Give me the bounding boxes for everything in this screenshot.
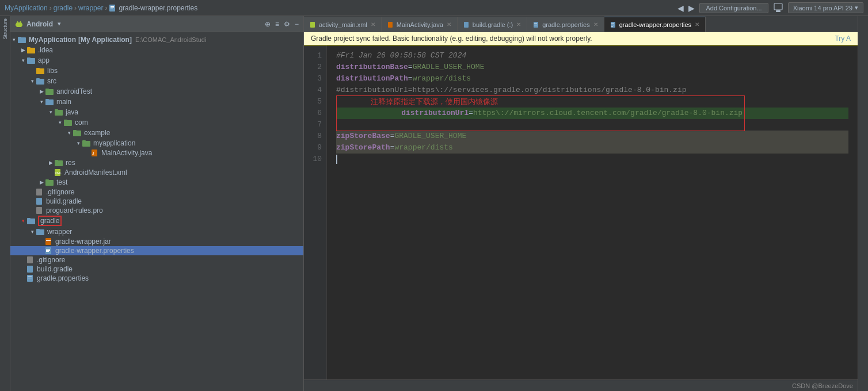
breadcrumb-myapplication[interactable]: MyApplication (5, 4, 48, 12)
wrapper-folder-icon (36, 227, 45, 236)
tree-item-wrapper[interactable]: ▾ wrapper (10, 227, 303, 237)
svg-rect-45 (27, 218, 31, 220)
example-folder-icon (73, 128, 82, 137)
tab-mainactivity-close[interactable]: ✕ (447, 21, 451, 28)
tree-item-androidmanifest[interactable]: XML AndroidManifest.xml (10, 168, 303, 177)
code-editor[interactable]: #Fri Jan 26 09:58:58 CST 2024 distributi… (327, 45, 858, 379)
breadcrumb-wrapper[interactable]: wrapper (78, 4, 103, 12)
add-configuration-button[interactable]: Add Configuration... (699, 3, 768, 13)
tree-item-mainactivity[interactable]: J MainActivity.java (10, 148, 303, 158)
buildgradle-root-label: build.gradle (37, 265, 73, 273)
tree-item-buildgradle-root[interactable]: build.gradle (10, 264, 303, 274)
close-panel-icon[interactable]: − (295, 20, 299, 28)
tree-item-gitignore-root[interactable]: .gitignore (10, 255, 303, 264)
gradle-folder-label: gradle (38, 216, 62, 226)
tree-item-myapplication[interactable]: ▾ MyApplication [My Application] E:\COMA… (10, 34, 303, 45)
tree-item-java[interactable]: ▾ java (10, 107, 303, 117)
tree-item-app[interactable]: ▾ app (10, 55, 303, 66)
android-icon (15, 20, 23, 28)
tab-wrapper-properties[interactable]: gradle-wrapper.properties ✕ (604, 17, 706, 32)
svg-rect-58 (28, 278, 32, 278)
nav-forward-icon[interactable]: ▶ (688, 3, 695, 13)
svg-rect-24 (45, 99, 49, 101)
tree-item-wrapper-properties[interactable]: gradle-wrapper.properties (10, 246, 303, 255)
editor-area: activity_main.xml ✕ MainActivity.java ✕ … (304, 16, 858, 391)
try-link[interactable]: Try A (835, 34, 851, 43)
java-label: java (66, 108, 78, 116)
code-line-3: distributionPath=wrapper/dists (336, 73, 848, 85)
wrapper-label: wrapper (47, 228, 72, 236)
tree-item-main[interactable]: ▾ main (10, 97, 303, 107)
nav-back-icon[interactable]: ◀ (677, 3, 684, 13)
status-right: CSDN @BreezeDove (792, 382, 853, 389)
app-folder-icon (26, 56, 36, 65)
tree-item-gradle-folder[interactable]: ▾ gradle (10, 215, 303, 227)
myapplication-pkg-label: myapplication (93, 139, 135, 147)
project-header: Android ▾ ⊕ ≡ ⚙ − (10, 16, 303, 32)
project-dropdown[interactable]: ▾ (58, 20, 61, 28)
tab-buildgradle-close[interactable]: ✕ (516, 21, 521, 28)
svg-rect-47 (36, 229, 40, 231)
tab-activity-main-label: activity_main.xml (319, 21, 367, 28)
code-line-4: #distributionUrl=https\://services.gradl… (336, 85, 848, 96)
svg-rect-52 (46, 250, 50, 251)
tree-item-com[interactable]: ▾ com (10, 117, 303, 128)
svg-rect-54 (27, 256, 33, 263)
gitignore-app-label: .gitignore (46, 188, 74, 196)
svg-rect-63 (534, 24, 537, 24)
tab-buildgradle-label: build.gradle (:) (473, 21, 513, 28)
tab-mainactivity-label: MainActivity.java (397, 21, 443, 28)
tree-item-gitignore-app[interactable]: .gitignore (10, 187, 303, 197)
structure-tab[interactable]: Structure (2, 18, 8, 40)
svg-rect-61 (464, 22, 469, 28)
tab-activity-main[interactable]: activity_main.xml ✕ (304, 17, 382, 32)
proguard-label: proguard-rules.pro (46, 206, 103, 214)
line-numbers: 1 2 3 4 5 6 7 8 9 10 (304, 45, 327, 379)
tab-gradleproperties-close[interactable]: ✕ (593, 21, 598, 28)
tree-item-src[interactable]: ▾ src (10, 76, 303, 86)
tab-gradleproperties[interactable]: gradle.properties ✕ (527, 17, 604, 32)
tree-item-myapplication-pkg[interactable]: ▾ myapplication (10, 138, 303, 148)
wrapper-properties-label: gradle-wrapper.properties (55, 247, 134, 255)
line1-comment: #Fri Jan 26 09:58:58 CST 2024 (336, 50, 466, 62)
breadcrumb: MyApplication › gradle › wrapper › gradl… (5, 4, 197, 12)
settings-icon[interactable]: ⚙ (284, 20, 290, 28)
collapse-icon[interactable]: ≡ (275, 20, 279, 28)
tab-gradleproperties-label: gradle.properties (542, 21, 590, 28)
tab-activity-main-close[interactable]: ✕ (371, 21, 375, 28)
tree-item-gradle-properties-root[interactable]: gradle.properties (10, 274, 303, 283)
device-selector-button[interactable]: Xiaomi 14 pro API 29 ▾ (788, 2, 863, 13)
project-panel-title: Android (26, 20, 53, 28)
line9-value: wrapper/dists (394, 142, 452, 154)
line6-value: https\://mirrors.cloud.tencent.com/gradl… (473, 109, 743, 117)
svg-rect-43 (36, 207, 42, 214)
tree-item-libs[interactable]: libs (10, 66, 303, 76)
svg-rect-9 (16, 24, 17, 26)
tree-item-androidtest[interactable]: ▶ androidTest (10, 86, 303, 97)
code-line-6: distributionUrl=https\://mirrors.cloud.t… (336, 108, 848, 119)
tree-item-buildgradle-app[interactable]: build.gradle (10, 197, 303, 206)
locate-icon[interactable]: ⊕ (265, 20, 271, 28)
tree-item-idea[interactable]: ▶ .idea (10, 45, 303, 55)
tree-item-proguard[interactable]: proguard-rules.pro (10, 206, 303, 215)
tree-item-example[interactable]: ▾ example (10, 128, 303, 138)
tab-mainactivity[interactable]: MainActivity.java ✕ (382, 17, 458, 32)
tab-wrapper-properties-close[interactable]: ✕ (695, 21, 699, 28)
gradle-tab-icon (463, 21, 470, 28)
breadcrumb-gradle[interactable]: gradle (54, 4, 73, 12)
gradle-root-icon (26, 265, 35, 273)
svg-rect-48 (45, 238, 51, 245)
tree-item-wrapper-jar[interactable]: gradle-wrapper.jar (10, 237, 303, 246)
editor-content[interactable]: 1 2 3 4 5 6 7 8 9 10 #Fri Jan 26 09:58:5… (304, 45, 858, 379)
far-left-tabs: Structure (0, 16, 10, 391)
tree-item-res[interactable]: ▶ res (10, 158, 303, 168)
svg-rect-10 (21, 24, 22, 26)
main-label: main (56, 98, 71, 106)
properties-file-icon (109, 4, 117, 12)
wrapper-tab-icon (610, 21, 617, 28)
idea-label: .idea (38, 46, 53, 54)
tree-item-test[interactable]: ▶ test (10, 177, 303, 187)
gitignore-root-icon (26, 256, 35, 264)
code-line-8: zipStoreBase=GRADLE_USER_HOME (336, 131, 848, 142)
tab-buildgradle[interactable]: build.gradle (:) ✕ (458, 17, 527, 32)
